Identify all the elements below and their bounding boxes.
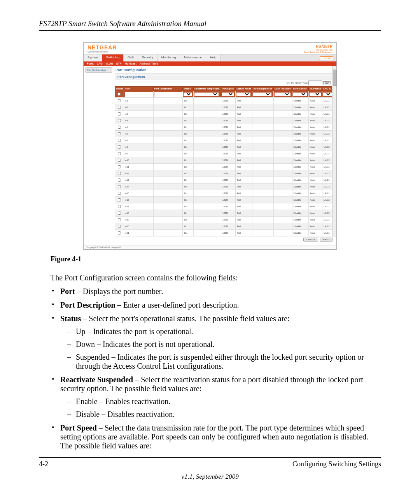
field-item: Port Speed – Select the data transmissio… (60, 424, 381, 450)
row-select-checkbox[interactable] (118, 145, 121, 149)
field-item: Reactivate Suspended – Select the reacti… (60, 375, 381, 419)
cancel-button[interactable]: CANCEL (303, 238, 318, 242)
col-back-pressure: Back Pressure (273, 87, 292, 91)
tab-system[interactable]: System (84, 54, 102, 61)
filter-input[interactable] (125, 92, 153, 97)
row-select-checkbox[interactable] (118, 192, 121, 195)
col-port-speed: Port Speed (221, 87, 236, 91)
select-all-checkbox[interactable] (117, 93, 121, 96)
row-select-checkbox[interactable] (118, 218, 121, 221)
figure-screenshot: NETGEAR Connect with Innovation FS728TP … (83, 42, 337, 250)
brand-tagline: Connect with Innovation (88, 51, 117, 53)
tab-maintenance[interactable]: Maintenance (180, 54, 206, 61)
row-select-checkbox[interactable] (118, 112, 121, 116)
sidebar-item-port-config[interactable]: Port Configuration (85, 67, 112, 73)
filter-select[interactable] (222, 93, 234, 96)
goto-label: GO TO INTERFACE (287, 82, 308, 84)
product-label: FS728TP 24-port 10/100 PoE Smart Switch … (304, 44, 332, 53)
row-select-checkbox[interactable] (118, 212, 121, 215)
subtab-stp[interactable]: STP (116, 62, 122, 65)
row-select-checkbox[interactable] (118, 185, 121, 188)
subtab-multicast[interactable]: Multicast (124, 62, 136, 65)
col-mdi-mdix: MDI/ MDIX (309, 87, 322, 91)
table-row: e19Up100MFullDisableAutoLAG1 (115, 217, 333, 223)
tab-switching[interactable]: Switching (102, 54, 124, 61)
goto-button[interactable]: GO (323, 81, 331, 84)
filter-select[interactable] (184, 93, 192, 96)
port-config-table: SelectPortPort DescriptionStatusReactiva… (115, 86, 333, 236)
table-row: e7Up100MFullDisableAutoLAG1 (115, 137, 333, 144)
row-select-checkbox[interactable] (118, 198, 121, 201)
subtab-ports[interactable]: Ports (87, 62, 94, 65)
netgear-logo: NETGEAR (88, 44, 117, 51)
subtab-lag[interactable]: LAG (97, 62, 103, 65)
row-select-checkbox[interactable] (118, 126, 121, 129)
goto-interface-input[interactable] (308, 80, 322, 85)
row-select-checkbox[interactable] (118, 139, 121, 142)
field-definition-list: Port – Displays the port number.Port Des… (39, 287, 381, 450)
row-select-checkbox[interactable] (118, 99, 121, 102)
tab-help[interactable]: Help (206, 54, 220, 61)
tab-security[interactable]: Security (138, 54, 158, 61)
row-select-checkbox[interactable] (118, 132, 121, 135)
row-select-checkbox[interactable] (118, 159, 121, 162)
intro-paragraph: The Port Configuration screen contains t… (51, 273, 381, 283)
field-item: Port Description – Enter a user-defined … (60, 301, 381, 310)
table-row: e12Up100MFullDisableAutoLAG2 (115, 170, 333, 177)
filter-input[interactable] (154, 92, 183, 97)
table-row: e18Up100MFullDisableAutoLAG2 (115, 210, 333, 217)
table-row: e14Up100MFullDisableAutoLAG2 (115, 184, 333, 190)
version-footer: v1.1, September 2009 (39, 473, 381, 481)
filter-select[interactable] (253, 93, 271, 96)
copyright-footer: Copyright © 1996-2007 Netgear® (84, 245, 336, 249)
field-item: Port – Displays the port number. (60, 287, 381, 296)
col-duplex-mode: Duplex Mode (236, 87, 252, 91)
manual-header: FS728TP Smart Switch Software Administra… (39, 19, 381, 31)
app-header: NETGEAR Connect with Innovation FS728TP … (84, 43, 336, 54)
filter-select[interactable] (236, 93, 250, 96)
filter-select[interactable] (194, 93, 219, 96)
goto-interface-row: GO TO INTERFACE GO (115, 80, 333, 86)
vertical-scrollbar[interactable] (332, 66, 336, 237)
field-subitem: Disable – Disables reactivation. (76, 410, 381, 419)
col-select: Select (115, 87, 124, 91)
row-select-checkbox[interactable] (118, 178, 121, 182)
col-auto-negotiation: Auto Negotiation (252, 87, 274, 91)
row-select-checkbox[interactable] (118, 231, 121, 234)
table-row: e15Up100MFullDisableAutoLAG1 (115, 190, 333, 197)
subtab-vlan[interactable]: VLAN (106, 62, 113, 65)
row-select-checkbox[interactable] (118, 119, 121, 122)
row-select-checkbox[interactable] (118, 106, 121, 109)
logout-button[interactable]: LOGOUT (319, 56, 334, 60)
table-row: e11Up100MFullDisableAutoLAG1 (115, 164, 333, 170)
filter-select[interactable] (275, 93, 290, 96)
col-port-description: Port Description (153, 87, 183, 91)
page-footer: 4-2 Configuring Switching Settings (39, 457, 381, 468)
table-row: e21Up100MFullDisableAutoLAG1 (115, 230, 333, 236)
row-select-checkbox[interactable] (118, 152, 121, 155)
col-flow-control: Flow Control (292, 87, 309, 91)
col-status: Status (183, 87, 194, 91)
filter-select[interactable] (310, 93, 321, 96)
filter-select[interactable] (323, 93, 332, 96)
row-select-checkbox[interactable] (118, 205, 121, 208)
table-row: e20Up100MFullDisableAutoLAG2 (115, 223, 333, 230)
col-reactivate-suspended: Reactivate Suspended (194, 87, 221, 91)
table-row: e4Up100MFullDisableAutoLAG2 (115, 117, 333, 124)
row-select-checkbox[interactable] (118, 172, 121, 175)
tab-qos[interactable]: QoS (124, 54, 138, 61)
apply-button[interactable]: APPLY (320, 238, 332, 242)
table-row: e3Up100MFullDisableAutoLAG1 (115, 111, 333, 117)
field-item: Status – Select the port's operational s… (60, 314, 381, 371)
product-model: FS728TP (316, 44, 332, 49)
row-select-checkbox[interactable] (118, 165, 121, 168)
table-row: e17Up100MFullDisableAutoLAG1 (115, 203, 333, 210)
subtab-address-table[interactable]: Address Table (140, 62, 158, 65)
field-subitem: Up – Indicates the port is operational. (76, 327, 381, 336)
filter-select[interactable] (293, 93, 307, 96)
col-lag-id: LAG ID (322, 87, 333, 91)
tab-monitoring[interactable]: Monitoring (158, 54, 180, 61)
table-row: e8Up100MFullDisableAutoLAG2 (115, 144, 333, 150)
main-panel: Port Configuration Port Configuration GO… (114, 66, 336, 245)
row-select-checkbox[interactable] (118, 225, 121, 228)
